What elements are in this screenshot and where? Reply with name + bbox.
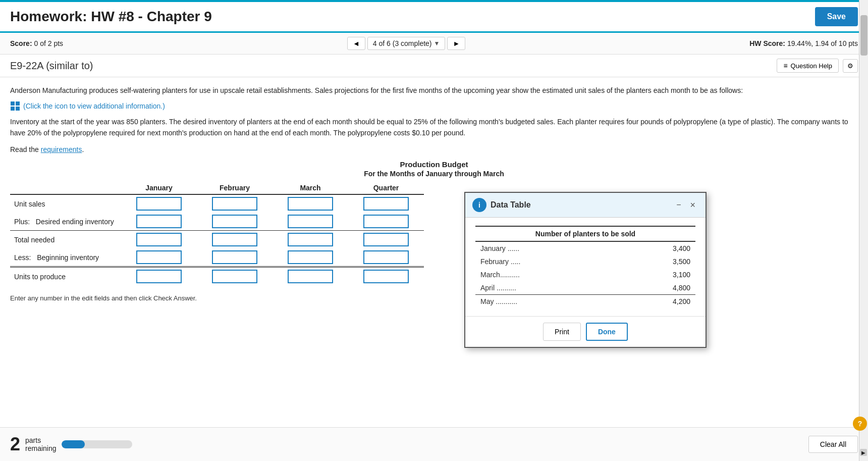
desired-ending-march-input[interactable]	[288, 215, 333, 228]
inventory-text: Inventory at the start of the year was 8…	[10, 116, 858, 139]
unit-sales-february-cell	[197, 194, 273, 213]
help-label: Question Help	[791, 62, 832, 70]
budget-title: Production Budget	[10, 160, 858, 169]
beginning-inv-january-input[interactable]	[136, 250, 182, 264]
beginning-inv-february-input[interactable]	[212, 250, 257, 264]
requirements-link[interactable]: requirements	[41, 145, 82, 153]
value-february: 3,500	[617, 255, 695, 268]
col-label-header	[10, 182, 121, 194]
value-may: 4,200	[617, 295, 695, 309]
units-produce-january-cell	[121, 267, 197, 286]
total-needed-quarter-input[interactable]	[363, 233, 409, 246]
scrollbar[interactable]: ? ▶	[859, 0, 868, 310]
page-title: Homework: HW #8 - Chapter 9	[10, 9, 212, 25]
scrollbar-thumb[interactable]	[860, 15, 867, 56]
modal-header: i Data Table − ×	[465, 193, 706, 218]
beginning-inv-quarter-input[interactable]	[363, 250, 409, 264]
total-needed-january-input[interactable]	[136, 233, 182, 246]
question-help-button[interactable]: ≡ Question Help	[777, 59, 839, 73]
table-row: Less: Beginning inventory	[10, 248, 424, 267]
units-produce-january-input[interactable]	[136, 270, 182, 283]
question-id: E9-22A (similar to)	[10, 60, 93, 72]
click-icon-text: (Click the icon to view additional infor…	[23, 102, 165, 110]
budget-table: January February March Quarter Unit sale…	[10, 182, 424, 285]
list-item: January ...... 3,400	[475, 241, 695, 255]
total-needed-march-cell	[273, 231, 348, 249]
value-march: 3,100	[617, 268, 695, 281]
units-produce-february-cell	[197, 267, 273, 286]
nav-dropdown-arrow[interactable]: ▼	[434, 40, 440, 47]
beginning-inv-march-input[interactable]	[288, 250, 333, 264]
value-january: 3,400	[617, 241, 695, 255]
desired-ending-february-cell	[197, 213, 273, 231]
modal-header-left: i Data Table	[472, 198, 531, 212]
requirements-text: Read the requirements.	[10, 144, 858, 155]
month-january: January ......	[475, 241, 617, 255]
desired-ending-quarter-input[interactable]	[363, 215, 409, 228]
score-bar: Score: 0 of 2 pts ◄ 4 of 6 (3 complete) …	[0, 33, 868, 55]
gear-icon: ⚙	[847, 62, 853, 70]
requirements-suffix: .	[82, 145, 84, 153]
row-units-to-produce-label: Units to produce	[10, 267, 121, 286]
modal-close-button[interactable]: ×	[687, 199, 698, 212]
col-january-header: January	[121, 182, 197, 194]
problem-text: Anderson Manufacturing produces self-wat…	[10, 85, 858, 96]
data-table-header: Number of planters to be sold	[475, 226, 695, 241]
unit-sales-march-cell	[273, 194, 348, 213]
units-produce-quarter-input[interactable]	[363, 270, 409, 283]
unit-sales-january-input[interactable]	[136, 197, 182, 211]
svg-rect-3	[16, 107, 20, 111]
desired-ending-january-cell	[121, 213, 197, 231]
unit-sales-march-input[interactable]	[288, 197, 333, 211]
table-row: Unit sales	[10, 194, 424, 213]
desired-ending-january-input[interactable]	[136, 215, 182, 228]
units-produce-march-input[interactable]	[288, 270, 333, 283]
beginning-inv-january-cell	[121, 248, 197, 267]
gear-button[interactable]: ⚙	[843, 59, 858, 73]
units-produce-march-cell	[273, 267, 348, 286]
total-needed-quarter-cell	[348, 231, 424, 249]
list-item: March.......... 3,100	[475, 268, 695, 281]
beginning-inv-february-cell	[197, 248, 273, 267]
svg-rect-1	[16, 101, 20, 106]
units-produce-february-input[interactable]	[212, 270, 257, 283]
svg-rect-0	[11, 101, 15, 106]
desired-ending-february-input[interactable]	[212, 215, 257, 228]
total-needed-february-input[interactable]	[212, 233, 257, 246]
units-produce-quarter-cell	[348, 267, 424, 286]
unit-sales-january-cell	[121, 194, 197, 213]
data-table: Number of planters to be sold January ..…	[475, 226, 695, 308]
total-needed-february-cell	[197, 231, 273, 249]
beginning-inv-march-cell	[273, 248, 348, 267]
click-icon-row[interactable]: (Click the icon to view additional infor…	[10, 101, 858, 111]
unit-sales-quarter-input[interactable]	[363, 197, 409, 211]
navigation-controls: ◄ 4 of 6 (3 complete) ▼ ►	[347, 37, 465, 50]
table-row: Plus: Desired ending inventory	[10, 213, 424, 231]
row-total-needed-label: Total needed	[10, 231, 121, 249]
save-button[interactable]: Save	[815, 7, 858, 26]
hw-score: HW Score: 19.44%, 1.94 of 10 pts	[749, 39, 858, 47]
modal-title: Data Table	[491, 200, 531, 210]
unit-sales-february-input[interactable]	[212, 197, 257, 211]
nav-prev-button[interactable]: ◄	[347, 37, 365, 50]
list-item: February ..... 3,500	[475, 255, 695, 268]
requirements-prefix: Read the	[10, 145, 41, 153]
modal-minimize-button[interactable]: −	[673, 199, 684, 212]
month-may: May ...........	[475, 295, 617, 309]
score-label: Score:	[10, 39, 32, 47]
unit-sales-quarter-cell	[348, 194, 424, 213]
hw-score-value: 19.44%, 1.94 of 10 pts	[787, 39, 858, 47]
table-row: Total needed	[10, 231, 424, 249]
desired-ending-march-cell	[273, 213, 348, 231]
beginning-inv-quarter-cell	[348, 248, 424, 267]
budget-subtitle: For the Months of January through March	[10, 170, 858, 178]
nav-position: 4 of 6 (3 complete)	[373, 39, 432, 47]
value-april: 4,800	[617, 281, 695, 295]
svg-rect-2	[11, 107, 15, 111]
budget-section: Production Budget For the Months of Janu…	[10, 160, 858, 285]
nav-next-button[interactable]: ►	[447, 37, 465, 50]
list-item: April .......... 4,800	[475, 281, 695, 295]
total-needed-march-input[interactable]	[288, 233, 333, 246]
question-header: E9-22A (similar to) ≡ Question Help ⚙	[0, 55, 868, 77]
list-icon: ≡	[783, 62, 787, 70]
